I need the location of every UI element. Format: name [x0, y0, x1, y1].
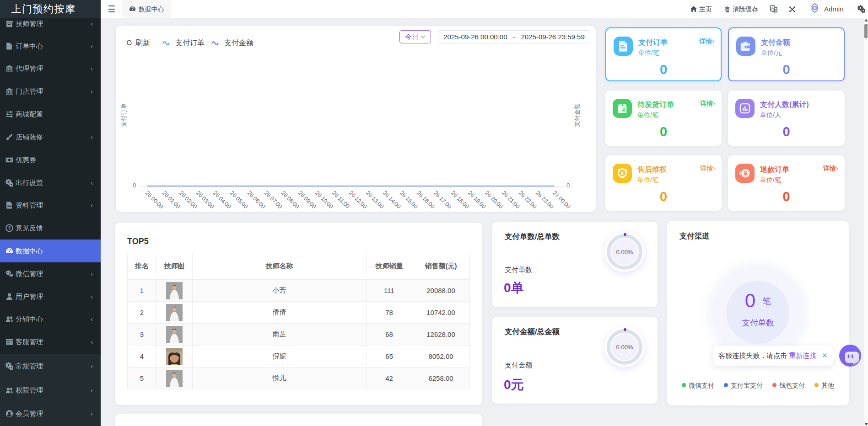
svg-text:文: 文 [773, 8, 776, 12]
svg-text:¥: ¥ [744, 170, 747, 177]
svg-text:?: ? [8, 226, 11, 231]
svg-text:¥: ¥ [621, 170, 624, 176]
